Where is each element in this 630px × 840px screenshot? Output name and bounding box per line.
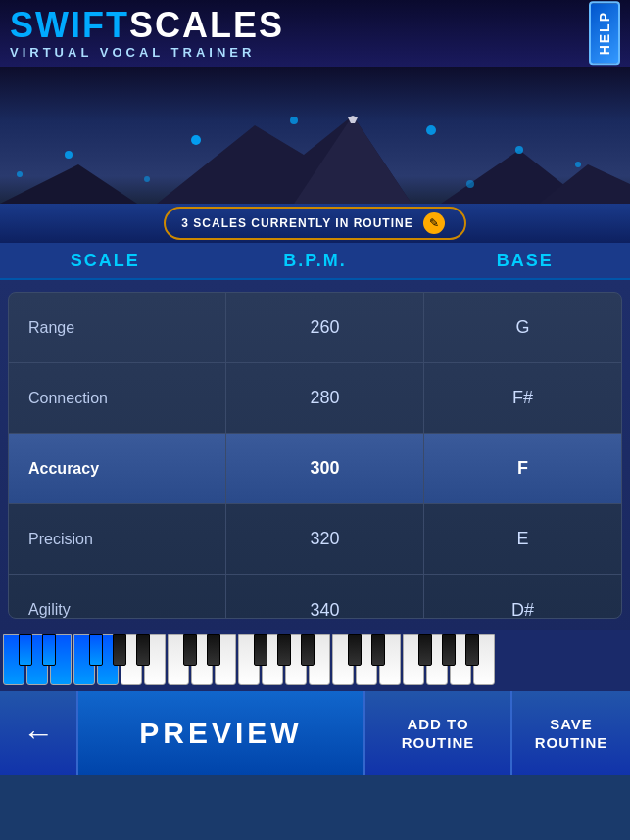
preview-label: PREVIEW <box>139 717 302 750</box>
scale-name-cell: Range <box>9 293 226 362</box>
app-name: SWIFTSCALES <box>10 8 284 43</box>
edit-routine-button[interactable]: ✎ <box>423 212 445 234</box>
base-column-header: BASE <box>420 251 630 271</box>
scale-base-cell: F# <box>424 363 621 433</box>
svg-point-8 <box>191 135 201 145</box>
hero-banner <box>0 67 630 204</box>
app-subtitle: VIRTUAL VOCAL TRAINER <box>10 45 255 60</box>
black-key[interactable] <box>19 634 32 666</box>
routine-banner: 3 SCALES CURRENTLY IN ROUTINE ✎ <box>0 204 630 243</box>
black-key[interactable] <box>113 634 126 666</box>
scale-name-cell: Connection <box>9 363 226 433</box>
back-arrow-icon: ← <box>23 716 54 752</box>
black-key[interactable] <box>207 634 220 666</box>
scale-bpm-cell: 280 <box>226 363 424 433</box>
svg-point-9 <box>290 117 298 124</box>
svg-point-15 <box>144 176 150 182</box>
scale-base-cell: E <box>424 504 621 574</box>
add-to-routine-label: ADD TOROUTINE <box>402 715 475 753</box>
preview-button[interactable]: PREVIEW <box>78 691 365 775</box>
scale-row[interactable]: Agility 340 D# <box>9 575 621 619</box>
piano-keyboard <box>0 630 630 691</box>
black-key[interactable] <box>254 634 267 666</box>
mountain-silhouette <box>0 67 630 204</box>
black-key[interactable] <box>442 634 456 666</box>
piano-keys <box>0 630 630 685</box>
scale-name-cell: Agility <box>9 575 226 619</box>
svg-point-14 <box>17 171 23 177</box>
black-key[interactable] <box>89 634 103 666</box>
app-header: SWIFTSCALES VIRTUAL VOCAL TRAINER HELP <box>0 0 630 67</box>
help-button[interactable]: HELP <box>589 1 620 65</box>
scale-base-cell: G <box>424 293 621 362</box>
scale-base-cell: D# <box>424 575 621 619</box>
black-key[interactable] <box>42 634 56 666</box>
black-key[interactable] <box>465 634 479 666</box>
svg-point-7 <box>65 151 73 159</box>
scale-row[interactable]: Accuracy 300 F <box>9 434 621 504</box>
scale-base-cell: F <box>424 434 621 503</box>
add-to-routine-button[interactable]: ADD TOROUTINE <box>365 691 512 775</box>
main-content: Range 260 G Connection 280 F# Accuracy 3… <box>0 280 630 630</box>
svg-point-11 <box>515 146 523 154</box>
svg-point-13 <box>466 180 474 188</box>
scale-table: Range 260 G Connection 280 F# Accuracy 3… <box>8 292 622 619</box>
scale-bpm-cell: 320 <box>226 504 424 574</box>
save-routine-label: SAVEROUTINE <box>535 715 608 753</box>
black-key[interactable] <box>183 634 197 666</box>
swift-text: SWIFT <box>10 5 129 45</box>
scales-text: SCALES <box>129 5 284 45</box>
routine-count-text: 3 SCALES CURRENTLY IN ROUTINE <box>181 216 412 230</box>
app-title: SWIFTSCALES VIRTUAL VOCAL TRAINER <box>10 8 284 60</box>
scale-bpm-cell: 260 <box>226 293 424 362</box>
scale-column-header: SCALE <box>0 251 210 271</box>
scale-name-cell: Accuracy <box>9 434 226 503</box>
scale-row[interactable]: Precision 320 E <box>9 504 621 575</box>
scale-row[interactable]: Connection 280 F# <box>9 363 621 434</box>
black-key[interactable] <box>371 634 385 666</box>
routine-info: 3 SCALES CURRENTLY IN ROUTINE ✎ <box>164 207 465 240</box>
bpm-column-header: B.P.M. <box>210 251 419 271</box>
back-button[interactable]: ← <box>0 691 78 775</box>
scale-name-cell: Precision <box>9 504 226 574</box>
black-key[interactable] <box>136 634 150 666</box>
scale-bpm-cell: 340 <box>226 575 424 619</box>
save-routine-button[interactable]: SAVEROUTINE <box>512 691 630 775</box>
scale-row[interactable]: Range 260 G <box>9 293 621 363</box>
bottom-bar: ← PREVIEW ADD TOROUTINE SAVEROUTINE <box>0 691 630 775</box>
black-key[interactable] <box>277 634 291 666</box>
column-headers: SCALE B.P.M. BASE <box>0 243 630 280</box>
svg-point-12 <box>575 162 581 167</box>
black-key[interactable] <box>348 634 362 666</box>
scale-bpm-cell: 300 <box>226 434 424 503</box>
svg-point-10 <box>426 125 436 135</box>
black-key[interactable] <box>418 634 432 666</box>
black-key[interactable] <box>301 634 315 666</box>
